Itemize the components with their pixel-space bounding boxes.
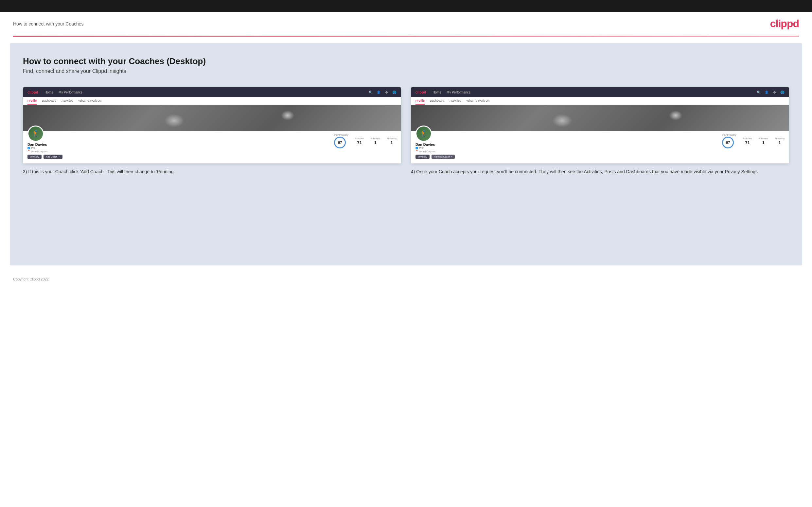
mock-nav-items-left: Home My Performance: [45, 91, 362, 94]
stat-activities-left: Activities 71: [355, 137, 364, 145]
mock-nav-items-right: Home My Performance: [433, 91, 750, 94]
header-divider: [13, 36, 799, 37]
mock-tabs-left: Profile Dashboard Activities What To Wor…: [23, 97, 401, 105]
username-left: Dan Davies: [28, 143, 62, 147]
mock-nav-icons-right: 🔍 👤 ⚙ 🌐: [756, 90, 784, 95]
tab-what-to-work-on-right[interactable]: What To Work On: [466, 99, 490, 105]
location-text-left: United Kingdom: [31, 150, 47, 153]
caption-right: 4) Once your Coach accepts your request …: [411, 168, 789, 175]
stat-activities-label-left: Activities: [355, 137, 364, 139]
mock-tabs-right: Profile Dashboard Activities What To Wor…: [411, 97, 789, 105]
screenshots-grid: clippd Home My Performance 🔍 👤 ⚙ 🌐 Profi…: [23, 87, 789, 175]
page-heading: How to connect with your Coaches (Deskto…: [23, 56, 789, 66]
unfollow-button-right[interactable]: Unfollow: [415, 155, 429, 159]
mock-banner-right: [411, 105, 789, 131]
avatar-wrapper-left: 🏌: [28, 125, 62, 142]
stat-activities-value-left: 71: [355, 140, 364, 145]
stat-followers-right: Followers 1: [758, 137, 768, 145]
stat-followers-left: Followers 1: [370, 137, 380, 145]
mock-profile-left-section: 🏌 Dan Davies ✓ Pro 📍 United Kingdo: [28, 134, 62, 159]
settings-icon-right: ⚙: [772, 90, 777, 95]
header-title: How to connect with your Coaches: [13, 21, 84, 26]
stat-activities-label-right: Activities: [743, 137, 752, 139]
add-coach-label-left: Add Coach: [46, 156, 58, 158]
tab-activities-right[interactable]: Activities: [450, 99, 461, 105]
tab-profile-right[interactable]: Profile: [415, 99, 425, 105]
avatar-right: 🏌: [415, 125, 432, 142]
stat-followers-value-left: 1: [370, 140, 380, 145]
caption-left: 3) If this is your Coach click 'Add Coac…: [23, 168, 401, 175]
mock-banner-golf-left: [23, 105, 401, 131]
user-info-left: Dan Davies ✓ Pro 📍 United Kingdom: [28, 143, 62, 153]
location-pin-left: 📍: [28, 150, 31, 153]
remove-coach-button[interactable]: Remove Coach ×: [432, 155, 455, 159]
mock-nav-performance-right: My Performance: [447, 91, 470, 94]
stat-quality-left: Player Quality 97: [334, 134, 348, 149]
tab-dashboard-right[interactable]: Dashboard: [430, 99, 444, 105]
mock-profile-content-right: 🏌 Dan Davies ✓ Pro 📍 United Kingdo: [411, 131, 789, 163]
mockup-left: clippd Home My Performance 🔍 👤 ⚙ 🌐 Profi…: [23, 87, 401, 163]
user-location-right: 📍 United Kingdom: [415, 150, 455, 153]
stat-quality-label-right: Player Quality: [722, 134, 737, 136]
search-icon-right: 🔍: [756, 90, 761, 95]
mock-nav-left: clippd Home My Performance 🔍 👤 ⚙ 🌐: [23, 87, 401, 97]
tab-dashboard-left[interactable]: Dashboard: [42, 99, 56, 105]
location-pin-right: 📍: [415, 150, 418, 153]
stat-activities-right: Activities 71: [743, 137, 752, 145]
mock-banner-left: [23, 105, 401, 131]
add-coach-button-left[interactable]: Add Coach +: [44, 155, 62, 159]
mock-profile-content-left: 🏌 Dan Davies ✓ Pro 📍 United Kingdo: [23, 131, 401, 163]
search-icon-left: 🔍: [368, 90, 373, 95]
stat-quality-right: Player Quality 97: [722, 134, 737, 149]
stat-quality-label-left: Player Quality: [334, 134, 348, 136]
quality-circle-right: 97: [722, 136, 734, 149]
stat-activities-value-right: 71: [743, 140, 752, 145]
tab-activities-left[interactable]: Activities: [61, 99, 73, 105]
avatar-figure-left: 🏌: [32, 130, 40, 137]
avatar-figure-right: 🏌: [420, 130, 428, 137]
badge-icon-left: ✓: [28, 147, 30, 150]
footer: Copyright Clippd 2022: [0, 272, 812, 286]
mockup-right: clippd Home My Performance 🔍 👤 ⚙ 🌐 Profi…: [411, 87, 789, 163]
tab-profile-left[interactable]: Profile: [28, 99, 37, 105]
main-content: How to connect with your Coaches (Deskto…: [10, 43, 802, 266]
mock-stats-left: Player Quality 97 Activities 71 Follower…: [334, 134, 397, 149]
mock-nav-performance-left: My Performance: [59, 91, 83, 94]
mock-logo-right: clippd: [415, 90, 426, 94]
badge-icon-right: ✓: [415, 147, 418, 150]
mock-nav-home-right: Home: [433, 91, 441, 94]
stat-following-right: Following 1: [775, 137, 784, 145]
user-icon-right: 👤: [764, 90, 769, 95]
stat-following-label-right: Following: [775, 137, 784, 139]
stat-following-left: Following 1: [387, 137, 397, 145]
user-icon-left: 👤: [376, 90, 381, 95]
stat-followers-value-right: 1: [758, 140, 768, 145]
screenshot-left: clippd Home My Performance 🔍 👤 ⚙ 🌐 Profi…: [23, 87, 401, 175]
location-text-right: United Kingdom: [419, 150, 436, 153]
avatar-wrapper-right: 🏌: [415, 125, 455, 142]
user-buttons-left: Unfollow Add Coach +: [28, 155, 62, 159]
mock-logo-left: clippd: [28, 90, 38, 94]
mock-profile-right-section: 🏌 Dan Davies ✓ Pro 📍 United Kingdo: [415, 134, 455, 159]
tab-what-to-work-on-left[interactable]: What To Work On: [79, 99, 102, 105]
username-right: Dan Davies: [415, 143, 455, 147]
user-badge-left: ✓ Pro: [28, 147, 62, 150]
page-subheading: Find, connect and share your Clippd insi…: [23, 68, 789, 74]
mock-nav-right: clippd Home My Performance 🔍 👤 ⚙ 🌐: [411, 87, 789, 97]
screenshot-right: clippd Home My Performance 🔍 👤 ⚙ 🌐 Profi…: [411, 87, 789, 175]
mock-nav-icons-left: 🔍 👤 ⚙ 🌐: [368, 90, 397, 95]
unfollow-button-left[interactable]: Unfollow: [28, 155, 42, 159]
copyright-text: Copyright Clippd 2022: [13, 277, 49, 281]
stat-following-value-left: 1: [387, 140, 397, 145]
settings-icon-left: ⚙: [384, 90, 389, 95]
user-buttons-right: Unfollow Remove Coach ×: [415, 155, 455, 159]
user-badge-right: ✓ Pro: [415, 147, 455, 150]
logo: clippd: [770, 18, 799, 30]
avatar-left: 🏌: [28, 125, 44, 142]
stat-followers-label-left: Followers: [370, 137, 380, 139]
stat-following-label-left: Following: [387, 137, 397, 139]
mock-nav-home-left: Home: [45, 91, 53, 94]
globe-icon-left: 🌐: [392, 90, 397, 95]
remove-coach-label: Remove Coach: [434, 156, 450, 158]
mock-banner-golf-right: [411, 105, 789, 131]
